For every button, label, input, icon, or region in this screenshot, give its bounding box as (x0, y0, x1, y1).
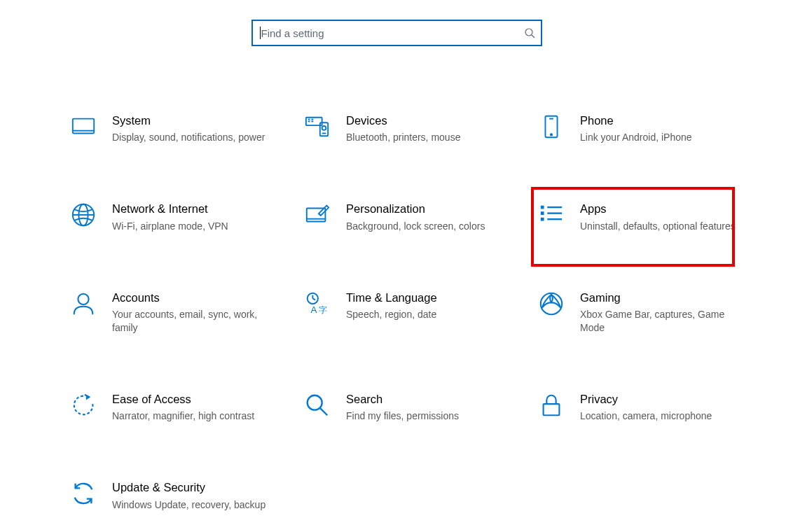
tile-accounts[interactable]: Accounts Your accounts, email, sync, wor… (70, 286, 276, 339)
svg-rect-22 (541, 212, 544, 216)
svg-point-14 (551, 134, 552, 135)
svg-line-20 (319, 214, 321, 216)
svg-rect-23 (541, 218, 544, 221)
tile-subtitle: Find my files, permissions (346, 410, 506, 423)
gaming-icon (538, 290, 565, 317)
tile-time-language[interactable]: A 字 Time & Language Speech, region, date (304, 286, 510, 339)
tile-subtitle: Uninstall, defaults, optional features (580, 220, 740, 233)
tile-title: Accounts (112, 290, 272, 305)
tile-title: Update & Security (112, 480, 272, 495)
tile-apps[interactable]: Apps Uninstall, defaults, optional featu… (538, 197, 744, 237)
tile-title: Devices (346, 113, 506, 128)
svg-rect-36 (544, 404, 560, 415)
tile-subtitle: Link your Android, iPhone (580, 131, 740, 144)
tile-title: Apps (580, 202, 740, 216)
tile-network[interactable]: Network & Internet Wi-Fi, airplane mode,… (70, 197, 276, 237)
tile-subtitle: Speech, region, date (346, 308, 506, 321)
globe-icon (70, 202, 97, 228)
tile-title: Time & Language (346, 290, 506, 305)
svg-line-30 (312, 298, 315, 300)
svg-point-10 (322, 126, 326, 130)
lock-icon (538, 392, 565, 419)
text-cursor (260, 27, 261, 39)
tile-title: Gaming (580, 290, 740, 305)
svg-point-0 (525, 29, 532, 36)
svg-point-27 (78, 293, 88, 304)
tile-title: System (112, 113, 272, 128)
tile-subtitle: Display, sound, notifications, power (112, 131, 272, 144)
tile-subtitle: Bluetooth, printers, mouse (346, 131, 506, 144)
tile-update-security[interactable]: Update & Security Windows Update, recove… (70, 476, 276, 515)
update-icon (70, 480, 97, 507)
system-icon (70, 113, 97, 140)
tile-privacy[interactable]: Privacy Location, camera, microphone (538, 388, 744, 427)
tile-subtitle: Narrator, magnifier, high contrast (112, 410, 272, 423)
tile-gaming[interactable]: Gaming Xbox Game Bar, captures, Game Mod… (538, 286, 744, 339)
tile-devices[interactable]: Devices Bluetooth, printers, mouse (304, 109, 510, 148)
accounts-icon (70, 290, 97, 317)
tile-title: Personalization (346, 202, 506, 216)
svg-rect-21 (541, 206, 544, 209)
search-input[interactable] (260, 27, 524, 40)
tile-title: Phone (580, 113, 740, 128)
settings-grid: System Display, sound, notifications, po… (70, 109, 744, 516)
search-icon (524, 27, 535, 38)
tile-phone[interactable]: Phone Link your Android, iPhone (538, 109, 744, 148)
phone-icon (538, 113, 565, 140)
tile-title: Search (346, 392, 506, 407)
tile-subtitle: Location, camera, microphone (580, 410, 740, 423)
tile-title: Ease of Access (112, 392, 272, 407)
svg-line-1 (532, 35, 535, 38)
svg-text:A: A (311, 304, 317, 315)
tile-title: Network & Internet (112, 202, 272, 216)
svg-text:字: 字 (319, 305, 327, 315)
tile-subtitle: Your accounts, email, sync, work, family (112, 308, 272, 335)
tile-ease-of-access[interactable]: Ease of Access Narrator, magnifier, high… (70, 388, 276, 427)
tile-subtitle: Background, lock screen, colors (346, 220, 506, 233)
devices-icon (304, 113, 331, 140)
tile-title: Privacy (580, 392, 740, 407)
personalization-icon (304, 202, 331, 228)
ease-of-access-icon (70, 392, 97, 419)
tile-subtitle: Xbox Game Bar, captures, Game Mode (580, 308, 740, 335)
tile-personalization[interactable]: Personalization Background, lock screen,… (304, 197, 510, 237)
search-category-icon (304, 392, 331, 419)
svg-line-35 (320, 408, 327, 415)
search-box[interactable] (251, 20, 542, 46)
time-language-icon: A 字 (304, 290, 331, 317)
tile-search[interactable]: Search Find my files, permissions (304, 388, 510, 427)
search-container (0, 20, 793, 46)
tile-subtitle: Wi-Fi, airplane mode, VPN (112, 220, 272, 233)
apps-icon (538, 202, 565, 228)
tile-system[interactable]: System Display, sound, notifications, po… (70, 109, 276, 148)
tile-subtitle: Windows Update, recovery, backup (112, 498, 272, 512)
svg-point-34 (308, 396, 322, 410)
